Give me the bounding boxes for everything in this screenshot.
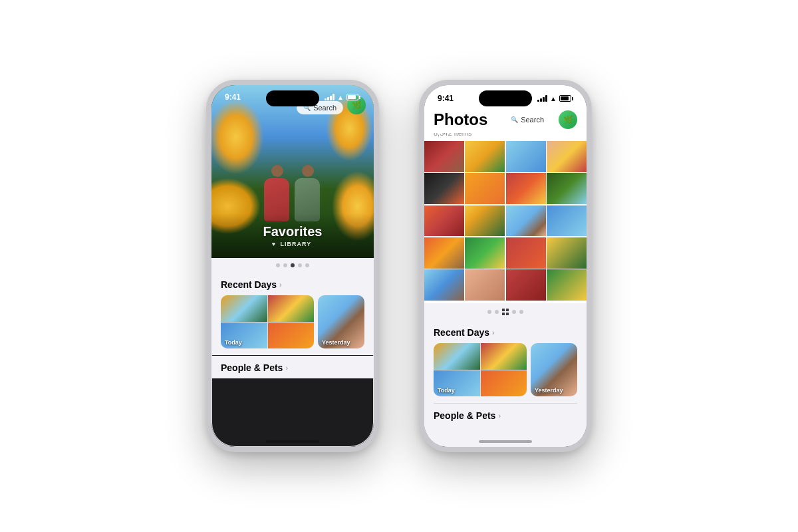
phone-1-frame: 9:41 ▲ — [206, 80, 379, 452]
grid-photo-18[interactable] — [465, 269, 505, 301]
thumb-2 — [268, 295, 315, 322]
favorites-title: Favorites — [222, 224, 363, 239]
phone2-bottom: Recent Days › — [424, 303, 587, 447]
signal-icon-2 — [537, 95, 547, 102]
phone2-content: 9:41 ▲ Photos — [424, 85, 587, 447]
search-button-2[interactable]: 🔍 Search — [504, 113, 551, 126]
grid-photo-12[interactable] — [547, 205, 587, 237]
grid-photo-8[interactable] — [547, 173, 587, 204]
grid-photo-7[interactable] — [506, 173, 546, 204]
home-bar-1 — [266, 440, 319, 443]
yesterday-card-1[interactable]: Yesterday — [318, 295, 364, 348]
photos-title: Photos — [434, 110, 487, 129]
grid-photo-6[interactable] — [465, 173, 505, 204]
today-card-2[interactable]: Today — [434, 343, 527, 396]
grid-photo-15[interactable] — [506, 237, 546, 269]
today-label-2: Today — [438, 387, 455, 394]
people-pets-section-2: People & Pets › — [424, 404, 587, 426]
thumb-2-2 — [481, 343, 527, 370]
recent-days-header-1[interactable]: Recent Days › — [221, 273, 364, 295]
page-dots-2 — [424, 303, 587, 321]
avatar-2[interactable]: 🌿 — [559, 110, 577, 129]
grid-photo-11[interactable] — [506, 205, 546, 237]
dot-1-1 — [276, 263, 280, 267]
heart-icon: ♥ — [272, 241, 276, 247]
people-pets-title-1: People & Pets — [221, 362, 283, 373]
dot-2-1 — [487, 310, 491, 314]
photos-nav: Photos 🔍 Search 🌿 — [424, 106, 587, 133]
grid-photo-14[interactable] — [465, 237, 505, 269]
thumb-2-1 — [434, 343, 480, 370]
dot-1-2 — [283, 263, 287, 267]
person-2-head — [302, 165, 314, 177]
yesterday-card-2[interactable]: Yesterday — [531, 343, 577, 396]
wifi-icon-2: ▲ — [550, 95, 557, 102]
dot-1-5 — [305, 263, 309, 267]
battery-icon-1 — [346, 94, 360, 100]
today-label-1: Today — [225, 339, 242, 346]
grid-photo-13[interactable] — [424, 237, 464, 269]
library-text: LIBRARY — [281, 241, 312, 247]
recent-days-header-2[interactable]: Recent Days › — [434, 321, 577, 343]
search-icon-2: 🔍 — [511, 116, 518, 123]
grid-photo-2[interactable] — [465, 141, 505, 172]
favorites-hero: Favorites ♥ LIBRARY 🔍 Search 🌿 — [211, 85, 374, 258]
yesterday-label-2: Yesterday — [535, 387, 563, 394]
recent-grid-1: Today Yesterday — [221, 295, 364, 355]
recent-grid-2: Today Yesterday — [434, 343, 577, 403]
dot-1-4 — [298, 263, 302, 267]
battery-icon-2 — [559, 95, 573, 102]
phone-1: 9:41 ▲ — [206, 80, 379, 452]
recent-days-section-1: Recent Days › Today — [211, 273, 374, 355]
status-icons-2: ▲ — [537, 95, 573, 102]
dot-2-4 — [512, 310, 516, 314]
people-pets-section-1: People & Pets › — [211, 356, 374, 378]
favorites-overlay: Favorites ♥ LIBRARY — [211, 213, 374, 258]
grid-photo-1[interactable] — [424, 141, 464, 172]
photo-grid — [424, 141, 587, 301]
person-1-head — [271, 165, 283, 177]
dot-1-3-active — [291, 263, 295, 267]
thumb-2-4 — [481, 370, 527, 397]
grid-photo-16[interactable] — [547, 237, 587, 269]
recent-days-title-2: Recent Days — [434, 327, 489, 338]
yesterday-label-1: Yesterday — [322, 339, 350, 346]
photos-nav-right: 🔍 Search 🌿 — [504, 110, 577, 129]
dot-2-5 — [519, 310, 523, 314]
thumb-4 — [268, 323, 315, 349]
dynamic-island-1 — [266, 90, 319, 106]
grid-photo-17[interactable] — [424, 269, 464, 301]
grid-photo-19[interactable] — [506, 269, 546, 301]
today-card-1[interactable]: Today — [221, 295, 314, 348]
phone-2: 9:41 ▲ Photos — [419, 80, 592, 452]
thumb-1 — [221, 295, 267, 322]
recent-days-arrow-2: › — [492, 329, 495, 336]
phone1-content: Favorites ♥ LIBRARY 🔍 Search 🌿 — [211, 85, 374, 447]
grid-photo-3[interactable] — [506, 141, 546, 172]
library-label: ♥ LIBRARY — [222, 241, 363, 247]
status-time-1: 9:41 — [225, 92, 241, 102]
grid-photo-5[interactable] — [424, 173, 464, 204]
dot-2-2 — [495, 310, 499, 314]
search-label-2: Search — [521, 116, 544, 124]
grid-photo-10[interactable] — [465, 205, 505, 237]
phone-2-frame: 9:41 ▲ Photos — [419, 80, 592, 452]
grid-photo-4[interactable] — [547, 141, 587, 172]
dynamic-island-2 — [479, 90, 532, 106]
status-time-2: 9:41 — [438, 94, 454, 103]
people-pets-header-2[interactable]: People & Pets › — [434, 404, 577, 426]
people-pets-arrow-1: › — [285, 364, 288, 372]
recent-days-title-1: Recent Days — [221, 279, 277, 290]
status-icons-1: ▲ — [325, 94, 360, 101]
wifi-icon-1: ▲ — [337, 94, 344, 101]
people-pets-header-1[interactable]: People & Pets › — [221, 356, 364, 378]
grid-photo-20[interactable] — [547, 269, 587, 301]
grid-photo-9[interactable] — [424, 205, 464, 237]
home-bar-2 — [479, 440, 532, 443]
recent-days-section-2: Recent Days › — [424, 321, 587, 403]
dot-2-grid — [502, 309, 509, 315]
recent-days-arrow-1: › — [279, 281, 282, 289]
people-pets-arrow-2: › — [498, 412, 501, 420]
people-pets-title-2: People & Pets — [434, 410, 495, 421]
signal-icon-1 — [325, 94, 334, 100]
